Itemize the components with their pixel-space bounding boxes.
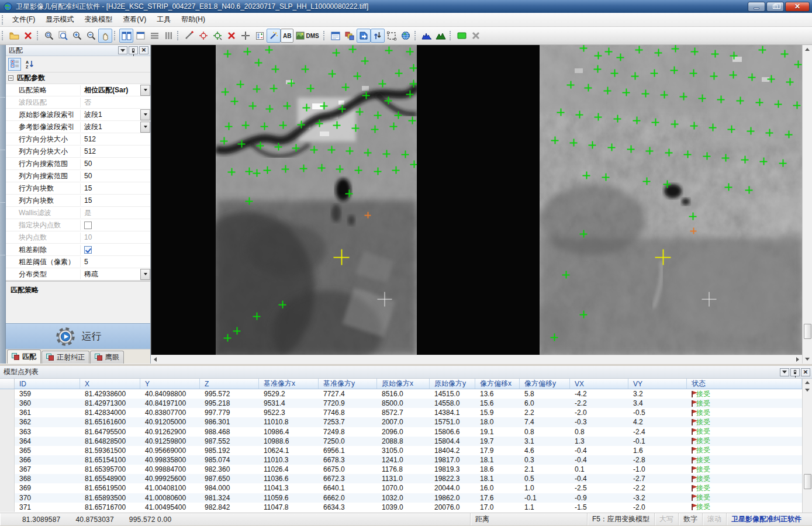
property-row-12[interactable]: 块内点数10	[6, 231, 150, 244]
panel-pin-button[interactable]	[129, 46, 138, 54]
column-header-10[interactable]: VX	[570, 379, 628, 389]
scrollbar-thumb[interactable]	[804, 474, 811, 489]
sort-alphabetical-button[interactable]: AZ	[23, 58, 36, 71]
panel-tab-0[interactable]: 匹配	[7, 349, 41, 364]
close-button[interactable]: ✕	[785, 2, 810, 12]
horizontal-layout-button[interactable]	[147, 29, 161, 43]
column-header-6[interactable]: 原始像方x	[377, 379, 430, 389]
dms-coordinate-button[interactable]: DMS	[293, 29, 321, 43]
property-value[interactable]: 相位匹配(Sar)	[81, 85, 150, 96]
table-row[interactable]: 36781.6539570040.99884700982.36011026.46…	[0, 465, 802, 474]
column-header-0[interactable]: ID	[15, 379, 80, 389]
property-checkbox[interactable]	[84, 222, 92, 229]
property-value[interactable]: 是	[81, 208, 150, 218]
add-control-point-button[interactable]	[196, 29, 210, 43]
property-row-10[interactable]: Wallis滤波是	[6, 207, 150, 219]
property-value[interactable]: 512	[81, 135, 150, 143]
panel-menu-button[interactable]	[118, 46, 127, 54]
vertical-layout-button[interactable]	[161, 29, 175, 43]
column-header-3[interactable]: Z	[200, 379, 259, 389]
property-row-13[interactable]: 粗差剔除	[6, 244, 150, 256]
property-value[interactable]: 15	[81, 184, 150, 192]
table-vertical-scrollbar[interactable]	[802, 379, 812, 513]
zoom-in-button[interactable]	[70, 29, 84, 43]
split-view-button[interactable]	[119, 29, 133, 43]
property-row-4[interactable]: 行方向分块大小512	[6, 133, 150, 146]
property-value[interactable]: 波段1	[81, 122, 150, 133]
panel-tab-2[interactable]: 鹰眼	[90, 351, 124, 364]
predict-point-button[interactable]	[210, 29, 224, 43]
column-header-5[interactable]: 基准像方y	[319, 379, 377, 389]
table-row[interactable]: 35981.4293860040.84098800995.5729529.277…	[0, 389, 802, 399]
property-row-14[interactable]: 粗差阈值（像素）5	[6, 256, 150, 268]
scroll-up-button[interactable]	[804, 46, 811, 53]
column-header-1[interactable]: X	[80, 379, 140, 389]
attribute-form-button[interactable]	[329, 29, 343, 43]
delete-point-button[interactable]	[224, 29, 239, 43]
marker-color-button[interactable]	[455, 29, 469, 43]
table-row[interactable]: 36881.6554890040.99925600987.65011036.66…	[0, 474, 802, 483]
zoom-out-button[interactable]	[84, 29, 98, 43]
property-category[interactable]: 匹配参数	[6, 72, 150, 84]
menu-item-0[interactable]: 文件(F)	[7, 13, 40, 26]
close-image-button[interactable]	[21, 29, 35, 43]
column-header-11[interactable]: VY	[628, 379, 687, 389]
pan-button[interactable]	[98, 29, 112, 43]
property-value[interactable]	[81, 246, 150, 254]
property-row-9[interactable]: 列方向块数15	[6, 195, 150, 207]
reproject-button[interactable]	[399, 29, 413, 43]
column-header-2[interactable]: Y	[140, 379, 200, 389]
scroll-down-button[interactable]	[804, 386, 811, 394]
column-header-8[interactable]: 像方偏移x	[475, 379, 520, 389]
viewer-vertical-scrollbar[interactable]	[802, 45, 812, 364]
table-row[interactable]: 36281.6516160040.91205000986.30111010.87…	[0, 417, 802, 427]
table-row[interactable]: 37081.6589350041.00080600981.32411059.66…	[0, 493, 802, 503]
property-row-0[interactable]: 匹配策略相位匹配(Sar)	[6, 84, 150, 96]
minimize-button[interactable]	[748, 2, 765, 12]
table-row[interactable]: 36981.6561950041.00408100984.00011041.36…	[0, 483, 802, 493]
menu-item-3[interactable]: 查看(V)	[118, 13, 151, 26]
property-row-3[interactable]: 参考影像波段索引波段1	[6, 121, 150, 133]
zoom-window-button[interactable]	[56, 29, 70, 43]
auto-match-button[interactable]	[267, 29, 281, 43]
property-value[interactable]: 10	[81, 233, 150, 241]
property-row-8[interactable]: 行方向块数15	[6, 182, 150, 195]
panel-pin-button[interactable]	[790, 368, 800, 376]
menu-item-1[interactable]: 显示模式	[40, 13, 79, 26]
column-header-12[interactable]: 状态	[687, 379, 802, 389]
scroll-right-button[interactable]	[794, 356, 801, 364]
left-image-view[interactable]	[216, 45, 417, 355]
viewer-horizontal-scrollbar[interactable]	[151, 355, 802, 364]
scrollbar-thumb[interactable]	[804, 324, 811, 339]
zoom-region-button[interactable]	[42, 29, 56, 43]
table-row[interactable]: 36181.4283400040.83807700997.7799522.377…	[0, 408, 802, 417]
property-value[interactable]: 512	[81, 147, 150, 155]
property-row-7[interactable]: 列方向搜索范围50	[6, 170, 150, 182]
scroll-down-button[interactable]	[804, 355, 811, 363]
property-value[interactable]: 50	[81, 172, 150, 180]
ab-toggle-button[interactable]: AB	[281, 29, 293, 43]
property-checkbox[interactable]	[84, 246, 92, 254]
dropdown-arrow-button[interactable]	[140, 85, 150, 96]
left-dock-strip[interactable]	[0, 45, 6, 364]
panel-close-button[interactable]: ✕	[139, 46, 148, 54]
column-header-7[interactable]: 原始像方y	[430, 379, 475, 389]
panel-tab-1[interactable]: 正射纠正	[42, 351, 89, 364]
column-header-9[interactable]: 像方偏移y	[520, 379, 570, 389]
menu-item-4[interactable]: 工具	[151, 13, 176, 26]
table-row[interactable]: 36681.6515410040.99835800985.07411010.36…	[0, 455, 802, 465]
property-row-15[interactable]: 分布类型稀疏	[6, 268, 150, 281]
measure-button[interactable]	[182, 29, 196, 43]
single-view-button[interactable]	[133, 29, 147, 43]
swap-images-button[interactable]	[371, 29, 385, 43]
select-extent-button[interactable]	[385, 29, 399, 43]
collapse-icon[interactable]	[8, 75, 13, 81]
scroll-up-button[interactable]	[804, 379, 811, 386]
menu-item-2[interactable]: 变换模型	[79, 13, 118, 26]
property-row-2[interactable]: 原始影像波段索引波段1	[6, 109, 150, 121]
pick-point-button[interactable]	[239, 29, 253, 43]
layer-manager-button[interactable]	[343, 29, 357, 43]
terrain-display-button[interactable]	[434, 29, 448, 43]
menu-item-5[interactable]: 帮助(H)	[176, 13, 210, 26]
categorize-button[interactable]	[8, 58, 21, 71]
